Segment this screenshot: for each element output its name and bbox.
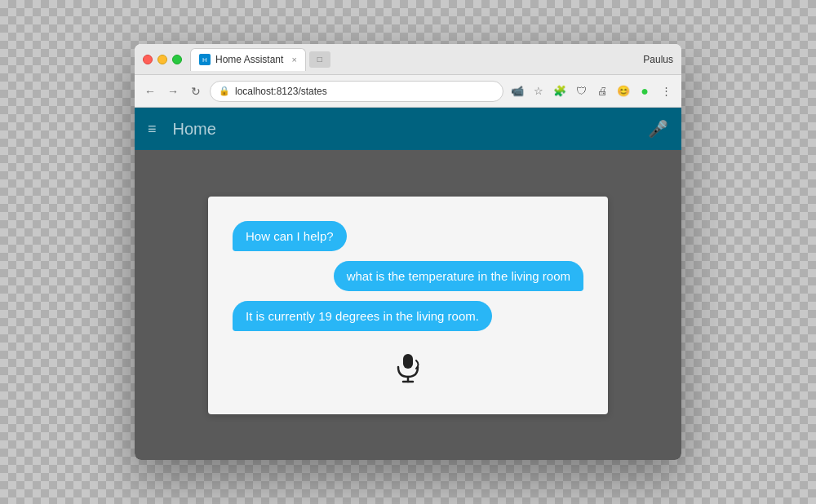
maximize-button[interactable] xyxy=(172,55,182,64)
profile-name: Paulus xyxy=(643,54,673,65)
title-bar: H Home Assistant × □ Paulus xyxy=(135,44,681,75)
tab-title: Home Assistant xyxy=(215,54,283,65)
app-content: ≡ Home 🎤 How can I help? what i xyxy=(135,108,681,460)
new-tab-button[interactable]: □ xyxy=(309,51,330,68)
message-row: what is the temperature in the living ro… xyxy=(233,261,583,291)
print-icon[interactable]: 🖨 xyxy=(593,82,611,100)
menu-icon[interactable]: ⋮ xyxy=(657,82,675,100)
chat-container: How can I help? what is the temperature … xyxy=(135,150,681,460)
back-button[interactable]: ← xyxy=(141,82,159,100)
messages-area: How can I help? what is the temperature … xyxy=(233,221,583,331)
extension-icon[interactable]: 🧩 xyxy=(551,82,569,100)
microphone-icon[interactable]: 🎤 xyxy=(648,119,668,139)
message-text: How can I help? xyxy=(246,229,334,243)
message-text: what is the temperature in the living ro… xyxy=(347,269,570,283)
bookmark-icon[interactable]: ☆ xyxy=(530,82,548,100)
address-bar: ← → ↻ 🔒 localhost:8123/states 📹 ☆ 🧩 🛡 🖨 … xyxy=(135,75,681,108)
minimize-button[interactable] xyxy=(157,55,167,64)
tab-favicon: H xyxy=(199,54,211,65)
lock-icon: 🔒 xyxy=(219,86,230,96)
profile-icon[interactable]: ● xyxy=(636,82,654,100)
message-text: It is currently 19 degrees in the living… xyxy=(246,309,479,323)
emoji-icon[interactable]: 😊 xyxy=(614,82,632,100)
chat-card: How can I help? what is the temperature … xyxy=(208,197,608,414)
message-row: How can I help? xyxy=(233,221,583,251)
voice-input-icon[interactable] xyxy=(393,352,423,390)
message-bubble-user-1: what is the temperature in the living ro… xyxy=(334,261,583,291)
shield-icon[interactable]: 🛡 xyxy=(572,82,590,100)
app-header: ≡ Home 🎤 xyxy=(135,108,681,150)
svg-rect-0 xyxy=(403,354,413,369)
url-text: localhost:8123/states xyxy=(235,86,327,97)
message-bubble-assistant-1: How can I help? xyxy=(233,221,347,251)
message-row: It is currently 19 degrees in the living… xyxy=(233,301,583,331)
app-title: Home xyxy=(173,120,648,139)
camera-icon[interactable]: 📹 xyxy=(508,82,526,100)
close-button[interactable] xyxy=(143,55,153,64)
tab-area: H Home Assistant × □ xyxy=(190,48,643,71)
toolbar-icons: 📹 ☆ 🧩 🛡 🖨 😊 ● ⋮ xyxy=(508,82,675,100)
reload-button[interactable]: ↻ xyxy=(187,82,205,100)
active-tab[interactable]: H Home Assistant × xyxy=(190,48,306,71)
tab-close-button[interactable]: × xyxy=(291,55,296,64)
browser-window: H Home Assistant × □ Paulus ← → ↻ 🔒 loca… xyxy=(135,44,681,460)
traffic-lights xyxy=(143,55,182,64)
mic-area xyxy=(233,344,583,398)
url-bar[interactable]: 🔒 localhost:8123/states xyxy=(210,81,503,102)
message-bubble-assistant-2: It is currently 19 degrees in the living… xyxy=(233,301,492,331)
forward-button[interactable]: → xyxy=(164,82,182,100)
hamburger-menu-icon[interactable]: ≡ xyxy=(148,121,157,138)
